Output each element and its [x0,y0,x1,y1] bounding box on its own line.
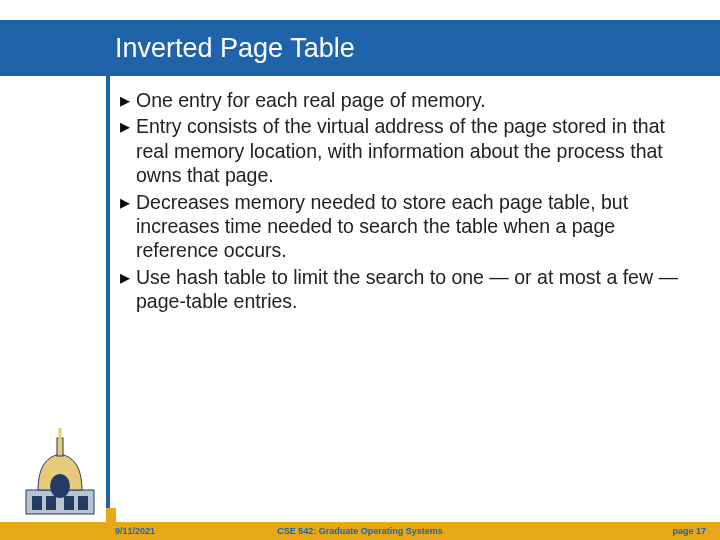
bullet-arrow-icon: ▸ [120,265,130,314]
bullet-arrow-icon: ▸ [120,88,130,112]
sidebar-accent-block [106,508,116,522]
bullet-arrow-icon: ▸ [120,190,130,263]
svg-rect-2 [46,496,56,510]
bullet-text: Decreases memory needed to store each pa… [136,190,680,263]
list-item: ▸ Decreases memory needed to store each … [120,190,680,263]
svg-rect-1 [32,496,42,510]
bullet-text: One entry for each real page of memory. [136,88,486,112]
slide-body: ▸ One entry for each real page of memory… [120,88,680,315]
svg-rect-6 [57,438,63,456]
svg-rect-3 [64,496,74,510]
dome-logo-icon [18,428,102,516]
list-item: ▸ Use hash table to limit the search to … [120,265,680,314]
footer-course: CSE 542: Graduate Operating Systems [277,526,443,536]
list-item: ▸ Entry consists of the virtual address … [120,114,680,187]
footer-date: 9/11/2021 [115,526,155,536]
slide-header: Inverted Page Table [0,20,720,76]
footer-page-number: page 17 [672,526,706,536]
slide-footer: 9/11/2021 CSE 542: Graduate Operating Sy… [0,522,720,540]
bullet-arrow-icon: ▸ [120,114,130,187]
sidebar-accent-line [106,76,110,522]
bullet-text: Use hash table to limit the search to on… [136,265,680,314]
svg-rect-7 [59,428,62,440]
svg-rect-4 [78,496,88,510]
bullet-text: Entry consists of the virtual address of… [136,114,680,187]
list-item: ▸ One entry for each real page of memory… [120,88,680,112]
page-title: Inverted Page Table [115,33,355,64]
svg-point-5 [50,474,70,498]
